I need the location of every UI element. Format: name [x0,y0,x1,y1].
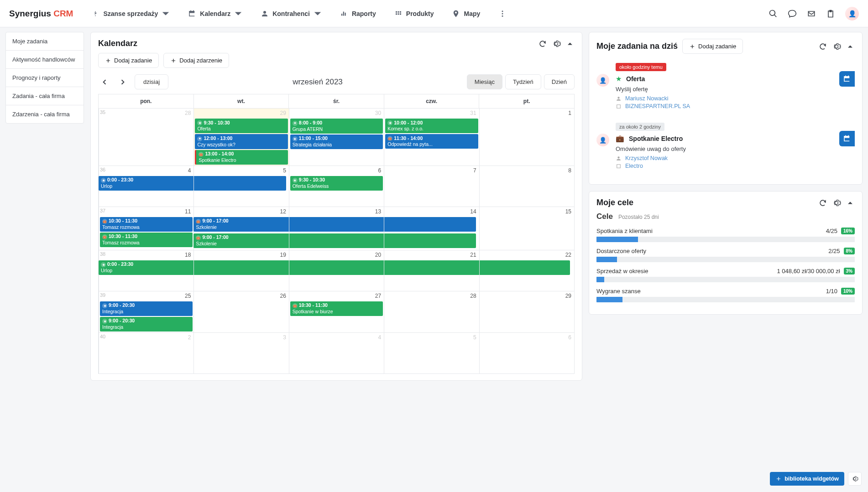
task-person-link[interactable]: Krzysztof Nowak [616,155,855,161]
refresh-icon[interactable] [538,39,547,48]
calendar-event[interactable]: 10:30 - 11:30Tomasz rozmowa [100,217,193,232]
calendar-cell[interactable]: 6 [479,332,574,373]
chevron-up-icon[interactable] [846,198,855,207]
calendar-cell[interactable]: 69:30 - 10:30Oferta Edelweiss [289,166,384,207]
calendar-cell[interactable]: 308:00 - 9:00Grupa ATERN11:00 - 15:00Str… [289,108,384,166]
mail-icon[interactable] [807,9,816,18]
refresh-icon[interactable] [818,42,827,51]
calendar-event[interactable]: 9:30 - 10:30Oferta Edelweiss [290,176,383,191]
refresh-icon[interactable] [818,198,827,207]
chevron-up-icon[interactable] [565,39,575,48]
nav-reports[interactable]: Raporty [340,10,376,18]
calendar-event[interactable]: 10:30 - 11:30Tomasz rozmowa [100,233,193,247]
goal-value: 1 048,60 zł/30 000,00 zł [777,268,840,274]
calendar-icon [188,10,196,18]
calendar-event[interactable]: 9:00 - 20:30Integracja [100,301,193,316]
calendar-cell[interactable]: 40:00 - 23:30Urlop [99,166,193,207]
calendar-cell[interactable]: 4 [289,332,384,373]
task-company-link[interactable]: Electro [616,163,855,169]
calendar-cell[interactable]: 3 [193,332,288,373]
sidebar-item[interactable]: Prognozy i raporty [6,69,84,87]
calendar-cell[interactable]: 1110:30 - 11:30Tomasz rozmowa10:30 - 11:… [99,207,193,250]
add-task-button[interactable]: Dodaj zadanie [682,39,743,54]
calendar-cell[interactable]: 1 [479,108,574,166]
calendar-cell[interactable]: 5 [193,166,288,207]
today-button[interactable]: dzisiaj [135,74,168,89]
calendar-cell[interactable]: 21 [384,250,479,291]
nav-calendar[interactable]: Kalendarz [188,10,242,18]
calendar-cell[interactable]: 20 [289,250,384,291]
task-calendar-button[interactable] [839,131,855,146]
day-header: czw. [384,94,479,108]
next-month-button[interactable] [116,76,129,88]
calendar-event[interactable]: 12:00 - 13:00Czy wszystko ok? [195,134,288,149]
calendar-cell[interactable]: 15 [479,207,574,250]
goals-heading: Cele [596,212,613,221]
panel-title: Moje cele [596,198,633,207]
calendar-cell[interactable]: 259:00 - 20:30Integracja9:00 - 20:30Inte… [99,291,193,332]
calendar-cell[interactable]: 28 [99,108,193,166]
calendar-cell[interactable]: 180:00 - 23:30Urlop [99,250,193,291]
calendar-cell[interactable]: 26 [193,291,288,332]
task-company-link[interactable]: BIZNESPARTNER.PL SA [616,103,855,109]
sidebar-item[interactable]: Aktywność handlowców [6,51,84,69]
gear-icon[interactable] [832,42,841,51]
prev-month-button[interactable] [98,76,111,88]
chevron-up-icon[interactable] [846,42,855,51]
calendar-cell[interactable]: 3110:00 - 12:00Kornex sp. z o.o.11:30 - … [384,108,479,166]
sidebar-item[interactable]: Zadania - cała firma [6,87,84,105]
calendar-cell[interactable]: 28 [384,291,479,332]
sidebar-item[interactable]: Zdarzenia - cała firma [6,105,84,123]
view-day[interactable]: Dzień [544,74,575,89]
calendar-cell[interactable]: 13 [289,207,384,250]
goal-label: Dostarczone oferty [596,248,828,254]
chat-icon[interactable] [788,9,797,18]
nav-contacts[interactable]: Kontrahenci [261,10,322,18]
calendar-event[interactable]: 11:00 - 15:00Strategia działania [290,135,383,149]
calendar-cell[interactable]: 14 [384,207,479,250]
calendar-event[interactable]: 13:00 - 14:00Spotkanie Electro [195,150,288,165]
calendar-cell[interactable]: 19 [193,250,288,291]
chevron-left-icon [102,79,107,85]
calendar-cell[interactable]: 299:30 - 10:30Oferta12:00 - 13:00Czy wsz… [193,108,288,166]
calendar-event[interactable]: 10:30 - 11:30Spotkanie w biurze [290,301,383,316]
clipboard-icon[interactable] [826,9,835,18]
calendar-event[interactable]: 9:30 - 10:30Oferta [195,119,288,133]
day-header: pon. [99,94,193,108]
nav-products[interactable]: Produkty [394,10,434,18]
calendar-cell[interactable]: 7 [384,166,479,207]
day-header: pt. [479,94,574,108]
task-item[interactable]: 👤za około 2 godziny💼Spotkanie ElectroOmó… [596,118,855,178]
calendar-cell[interactable]: 2 [99,332,193,373]
search-icon[interactable] [769,9,778,18]
calendar-cell[interactable]: 129:00 - 17:00Szkolenie9:00 - 17:00Szkol… [193,207,288,250]
calendar-event[interactable]: 11:30 - 14:00Odpowiedź na pyta... [385,134,478,149]
view-week[interactable]: Tydzień [505,74,541,89]
calendar-cell[interactable]: 5 [384,332,479,373]
calendar-cell[interactable]: 2710:30 - 11:30Spotkanie w biurze [289,291,384,332]
sidebar-item[interactable]: Moje zadania [6,32,84,51]
calendar-cell[interactable]: 22 [479,250,574,291]
goal-label: Spotkania z klientami [596,228,826,234]
calendar-cell[interactable]: 29 [479,291,574,332]
calendar-event[interactable]: 8:00 - 9:00Grupa ATERN [290,119,383,134]
logo: Synergius CRM [9,9,73,19]
task-person-link[interactable]: Mariusz Nowacki [616,95,855,102]
task-item[interactable]: 👤około godziny temu★OfertaWyślij ofertęM… [596,58,855,118]
add-event-button[interactable]: Dodaj zdarzenie [163,53,229,68]
user-avatar[interactable]: 👤 [845,7,859,21]
view-month[interactable]: Miesiąc [467,74,502,89]
add-task-button[interactable]: Dodaj zadanie [98,53,159,68]
goal-percent: 8% [844,248,855,254]
calendar-cell[interactable]: 8 [479,166,574,207]
nav-maps[interactable]: Mapy [452,10,480,18]
plus-icon [689,43,695,50]
task-calendar-button[interactable] [839,71,855,87]
goal-label: Sprzedaż w okresie [596,268,777,274]
gear-icon[interactable] [832,198,841,207]
calendar-event[interactable]: 10:00 - 12:00Kornex sp. z o.o. [385,119,478,133]
calendar-event[interactable]: 9:00 - 20:30Integracja [100,317,193,331]
nav-sales[interactable]: Szanse sprzedaży [91,10,170,18]
gear-icon[interactable] [552,39,561,48]
nav-more[interactable] [498,10,507,18]
